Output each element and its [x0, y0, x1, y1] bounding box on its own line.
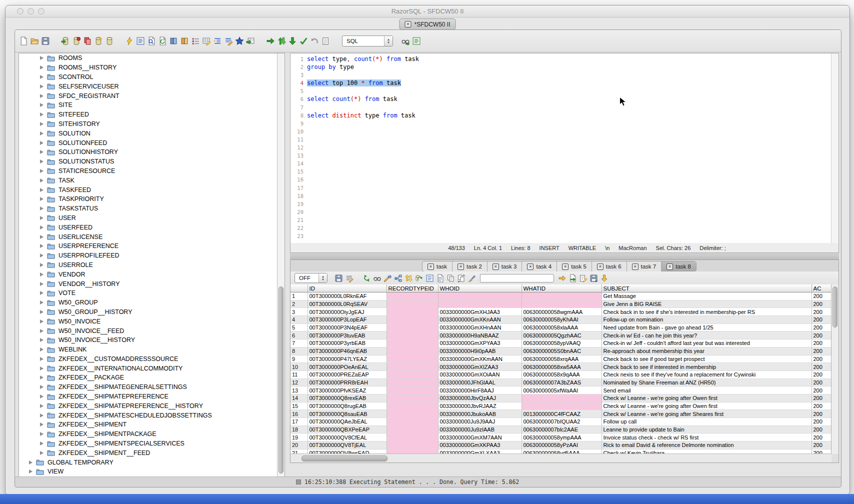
column-header-subject[interactable]: SUBJECT: [602, 284, 812, 292]
editor-line[interactable]: 4select top 100 * from task: [290, 79, 832, 87]
disclosure-triangle-icon[interactable]: [40, 422, 44, 426]
tree-scrollbar[interactable]: [277, 54, 284, 478]
sort-yellow-icon[interactable]: [404, 274, 413, 282]
tree-item-taskpriority[interactable]: TASKPRIORITY: [19, 194, 278, 204]
notepad-pencil-icon[interactable]: [579, 274, 588, 282]
row-number-cell[interactable]: 2: [290, 300, 308, 308]
table-cell[interactable]: 0033000000GmXHnAAN: [438, 324, 522, 332]
tree-item-zkfedex-shipment[interactable]: ZKFEDEX__SHIPMENT: [19, 420, 278, 430]
row-number-cell[interactable]: 19: [290, 434, 308, 442]
column-header-ac[interactable]: AC: [812, 284, 832, 292]
disclosure-triangle-icon[interactable]: [40, 291, 44, 295]
table-row[interactable]: 1100T3000000PREZaEAP0033000000GmXOiAAN00…: [290, 370, 832, 378]
tab-close-icon[interactable]: ×: [428, 264, 434, 270]
tab-close-icon[interactable]: ×: [492, 264, 499, 270]
table-cell[interactable]: 200: [812, 363, 832, 371]
row-number-cell[interactable]: 17: [290, 418, 308, 426]
combo-stepper-icon[interactable]: ▲▼: [384, 36, 392, 46]
table-cell[interactable]: 0033000000GmXKPAA3: [438, 442, 522, 450]
disclosure-triangle-icon[interactable]: [40, 338, 44, 342]
refresh-green-icon[interactable]: [362, 274, 371, 282]
disclosure-triangle-icon[interactable]: [40, 188, 44, 192]
tab-close-icon[interactable]: ×: [404, 21, 411, 28]
table-cell[interactable]: [522, 300, 602, 308]
row-number-cell[interactable]: 7: [290, 340, 308, 348]
tree-item-userrole[interactable]: USERROLE: [19, 260, 278, 270]
arrows-updown-green-icon[interactable]: [277, 36, 286, 46]
tree-scrollbar-thumb[interactable]: [278, 286, 284, 473]
table-row[interactable]: 1200T3000000PRR8rEAH0033000000JFhGlAAL00…: [290, 378, 832, 386]
star-icon[interactable]: [235, 36, 244, 46]
disclosure-triangle-icon[interactable]: [40, 414, 44, 418]
row-number-cell[interactable]: 16: [290, 410, 308, 418]
format-pencil-icon[interactable]: [224, 36, 233, 46]
tree-item-site[interactable]: SITE: [19, 100, 278, 110]
tree-item-solutionstatus[interactable]: SOLUTIONSTATUS: [19, 157, 278, 166]
grid-hscroll-thumb[interactable]: [302, 456, 388, 462]
table-cell[interactable]: [438, 300, 522, 308]
table-row[interactable]: 800T3000000P46qnEAB0033000000H9i0pAAB006…: [290, 347, 832, 355]
table-cell[interactable]: 200: [812, 300, 832, 308]
table-row[interactable]: 1000T3000000POeAnEAL0033000000GmXIZAA300…: [290, 363, 832, 371]
table-row[interactable]: 600T3000000P3tuvEAB0033000000H9aNBAAZ006…: [290, 332, 832, 340]
form-green-icon[interactable]: [412, 36, 421, 46]
tree-item-taskfeed[interactable]: TASKFEED: [19, 185, 278, 194]
editor-line[interactable]: 18: [290, 192, 832, 200]
table-cell[interactable]: Rick to email David & reference Delmonte…: [602, 442, 812, 450]
save-floppy-icon[interactable]: [41, 36, 50, 46]
tree-item-zkfedex-customaddresssource[interactable]: ZKFEDEX__CUSTOMADDRESSSOURCE: [19, 354, 278, 364]
tree-item-selfserviceuser[interactable]: SELFSERVICEUSER: [19, 82, 278, 91]
table-row[interactable]: 300T3000000OiyJgEAJ0033000000GmXHJAA3006…: [290, 308, 832, 316]
table-cell[interactable]: 00T3000000L0RknEAF: [308, 292, 386, 300]
pencil-arrow-icon[interactable]: [384, 274, 392, 282]
table-cell[interactable]: 200: [812, 355, 832, 363]
result-tab-task[interactable]: ×task: [422, 262, 452, 272]
result-tab-task-5[interactable]: ×task 5: [557, 262, 592, 272]
table-cell[interactable]: [386, 394, 438, 402]
sql-code[interactable]: 1select type, count(*) from task2group b…: [290, 55, 832, 240]
table-cell[interactable]: 00T3000000QV8CfEAL: [308, 434, 386, 442]
table-edit-icon[interactable]: [202, 36, 211, 46]
table-cell[interactable]: [386, 402, 438, 410]
tree-item-w50-invoice-history[interactable]: W50_INVOICE__HISTORY: [19, 336, 278, 345]
table-cell[interactable]: 200: [812, 347, 832, 355]
table-cell[interactable]: 00T3000000Q8rugEAB: [308, 402, 386, 410]
table-cell[interactable]: [386, 363, 438, 371]
disclosure-triangle-icon[interactable]: [40, 235, 44, 239]
disclosure-triangle-icon[interactable]: [40, 366, 44, 370]
disclosure-triangle-icon[interactable]: [40, 244, 44, 248]
table-cell[interactable]: [438, 292, 522, 300]
table-cell[interactable]: 00T3000000L0RqSEAV: [308, 300, 386, 308]
arrow-down-yellow-icon[interactable]: [600, 274, 608, 282]
table-cell[interactable]: [386, 378, 438, 386]
tree-item-userpreference[interactable]: USERPREFERENCE: [19, 242, 278, 251]
db-disconnect-icon[interactable]: [72, 36, 81, 46]
row-limit-select[interactable]: OFF ▲▼: [294, 273, 328, 283]
table-cell[interactable]: 200: [812, 442, 832, 450]
table-cell[interactable]: [386, 332, 438, 340]
table-cell[interactable]: 200: [812, 394, 832, 402]
result-tab-task-4[interactable]: ×task 4: [522, 262, 557, 272]
table-row[interactable]: 900T3000000P47LYEAZ0033000000GmXKmAAN006…: [290, 355, 832, 363]
column-header-whoid[interactable]: WHOID: [438, 284, 522, 292]
grid-vscroll-thumb[interactable]: [832, 286, 838, 328]
tree-item-zkfedex-shipment-feed[interactable]: ZKFEDEX__SHIPMENT__FEED: [19, 448, 278, 458]
table-cell[interactable]: 00630000007blc2AAE: [522, 426, 602, 434]
table-cell[interactable]: 00T3000000P3N4pEAF: [308, 324, 386, 332]
row-number-cell[interactable]: 3: [290, 308, 308, 316]
tree-item-solutionfeed[interactable]: SOLUTIONFEED: [19, 138, 278, 148]
table-cell[interactable]: 00T3000000P3yrbEAB: [308, 340, 386, 348]
table-cell[interactable]: [386, 316, 438, 324]
tree-item-vote[interactable]: VOTE: [19, 288, 278, 298]
tree-item-task[interactable]: TASK: [19, 176, 278, 185]
tree-item-rooms-history[interactable]: ROOMS__HISTORY: [19, 63, 278, 72]
table-cell[interactable]: Check-in w/ Ed - can he join this year?: [602, 332, 812, 340]
save-dots-icon[interactable]: [590, 274, 598, 282]
table-cell[interactable]: 0033000000GmXM7AAN: [438, 434, 522, 442]
editor-line[interactable]: 6select count(*) from task: [290, 95, 832, 103]
table-cell[interactable]: [522, 402, 602, 410]
table-cell[interactable]: 00T3000000P3LopEAF: [308, 316, 386, 324]
glasses-icon[interactable]: [373, 274, 382, 282]
table-cell[interactable]: 006300000058ympAAA: [522, 434, 602, 442]
tree-item-weblink[interactable]: WEBLINK: [19, 345, 278, 354]
